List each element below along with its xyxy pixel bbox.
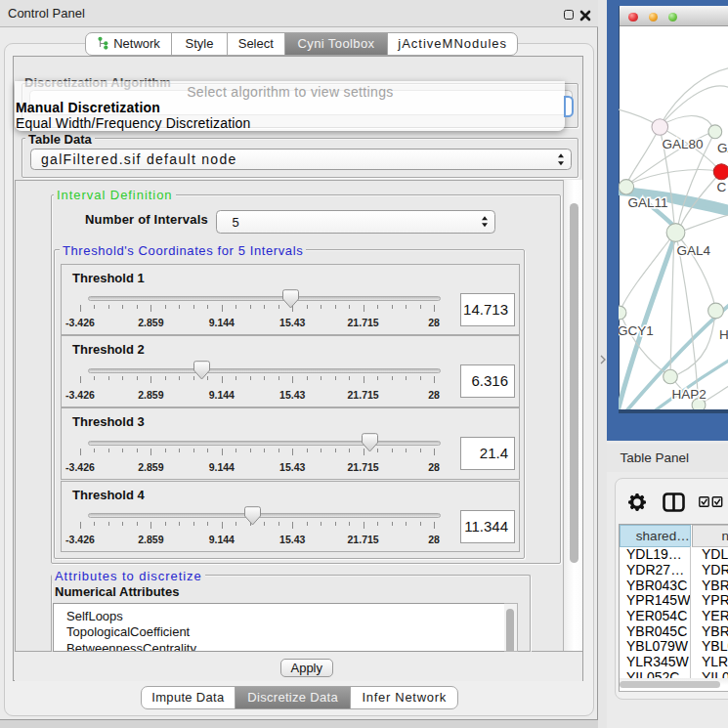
svg-text:GCY1: GCY1 [619, 323, 654, 338]
svg-text:GAL11: GAL11 [627, 195, 667, 210]
svg-text:C: C [716, 180, 726, 194]
svg-text:H: H [719, 327, 728, 342]
svg-text:GAL80: GAL80 [662, 137, 703, 151]
svg-text:GA: GA [717, 141, 728, 155]
svg-text:HAP2: HAP2 [671, 387, 706, 402]
svg-text:GAL4: GAL4 [676, 243, 710, 258]
